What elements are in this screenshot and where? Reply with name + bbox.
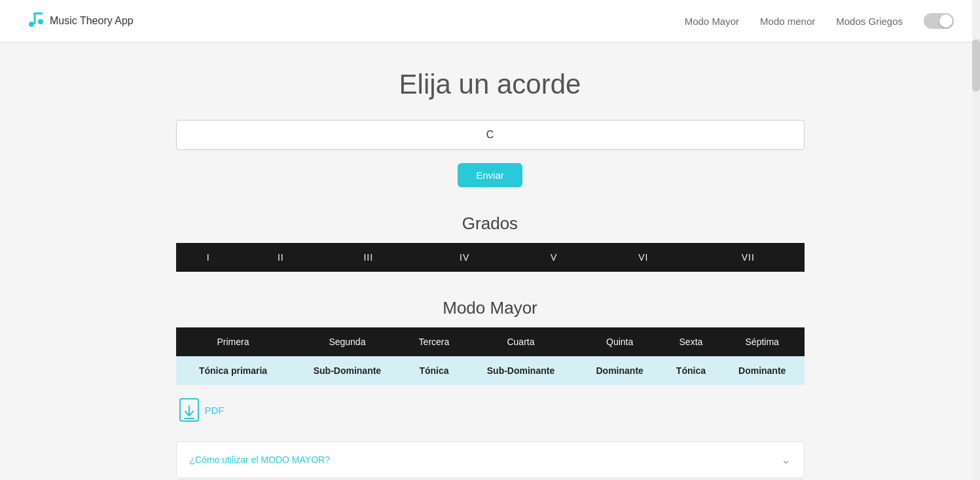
mm-col-5: Quinta	[577, 327, 662, 356]
grade-col-3: III	[321, 243, 416, 272]
nav-modos-griegos[interactable]: Modos Griegos	[836, 16, 903, 27]
accordion-header-1[interactable]: ¿Cómo utilizar el MODO MAYOR? ⌄	[177, 442, 804, 477]
submit-row: Enviar	[176, 163, 805, 187]
mm-cell-7: Dominante	[720, 356, 805, 385]
grade-col-5: V	[513, 243, 595, 272]
app-title: Music Theory App	[50, 15, 134, 27]
page-title: Elija un acorde	[176, 69, 805, 100]
scrollbar-thumb[interactable]	[972, 39, 980, 92]
mm-col-6: Sexta	[662, 327, 720, 356]
svg-rect-3	[34, 12, 43, 14]
mm-cell-5: Dominante	[577, 356, 662, 385]
accordion-question-1: ¿Cómo utilizar el MODO MAYOR?	[190, 454, 330, 465]
mm-cell-6: Tónica	[662, 356, 720, 385]
pdf-label[interactable]: PDF	[205, 405, 225, 416]
pdf-download-icon[interactable]	[179, 398, 200, 422]
mm-cell-4: Sub-Dominante	[464, 356, 578, 385]
svg-point-0	[29, 22, 34, 27]
app-header: Music Theory App Modo Mayor Modo menor M…	[0, 0, 980, 43]
grade-col-2: II	[241, 243, 321, 272]
accordion-item-1: ¿Cómo utilizar el MODO MAYOR? ⌄	[176, 441, 805, 478]
modo-mayor-table: Primera Segunda Tercera Cuarta Quinta Se…	[176, 327, 805, 385]
chord-input-row	[176, 120, 805, 150]
grados-table: I II III IV V VI VII	[176, 243, 805, 272]
chord-input[interactable]	[176, 120, 805, 150]
logo-area: Music Theory App	[26, 10, 134, 32]
main-content: Elija un acorde Enviar Grados I II III I…	[163, 43, 818, 480]
pdf-row: PDF	[176, 398, 805, 422]
grados-title: Grados	[176, 213, 805, 234]
scrollbar-track[interactable]	[972, 0, 980, 480]
modo-mayor-title: Modo Mayor	[176, 298, 805, 318]
mm-col-2: Segunda	[291, 327, 405, 356]
mm-cell-3: Tónica	[404, 356, 463, 385]
grade-col-7: VII	[692, 243, 805, 272]
theme-toggle[interactable]	[924, 13, 954, 29]
mm-col-4: Cuarta	[464, 327, 578, 356]
modo-mayor-row: Tónica primaria Sub-Dominante Tónica Sub…	[176, 356, 805, 385]
grade-col-6: VI	[595, 243, 692, 272]
music-note-icon	[26, 10, 45, 32]
grade-col-1: I	[176, 243, 241, 272]
svg-point-1	[38, 19, 43, 24]
nav-modo-menor[interactable]: Modo menor	[760, 16, 815, 27]
chevron-down-icon-1: ⌄	[781, 452, 791, 467]
toggle-knob	[939, 14, 953, 28]
nav-modo-mayor[interactable]: Modo Mayor	[685, 16, 739, 27]
mm-cell-2: Sub-Dominante	[291, 356, 405, 385]
enviar-button[interactable]: Enviar	[458, 163, 522, 187]
mm-col-3: Tercera	[404, 327, 463, 356]
mm-cell-1: Tónica primaria	[176, 356, 291, 385]
grade-col-4: IV	[416, 243, 513, 272]
mm-col-1: Primera	[176, 327, 291, 356]
main-nav: Modo Mayor Modo menor Modos Griegos	[685, 13, 954, 29]
mm-col-7: Séptima	[720, 327, 805, 356]
